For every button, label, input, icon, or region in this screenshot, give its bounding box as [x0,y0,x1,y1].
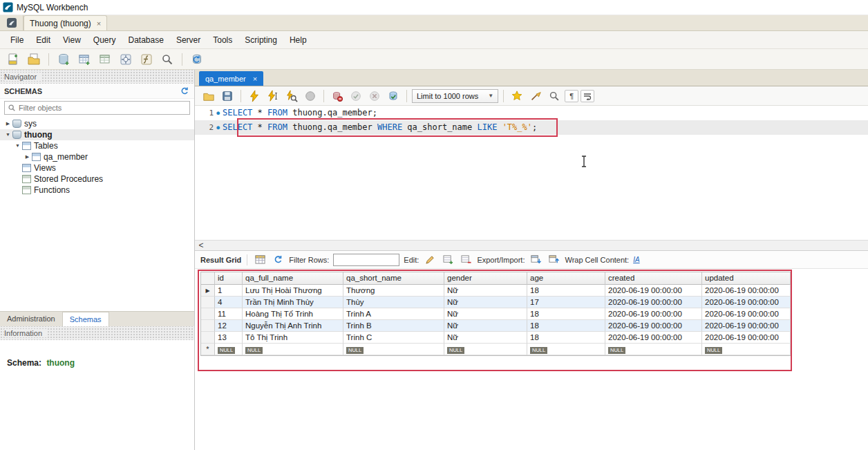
grid-cell[interactable]: Nữ [444,332,527,344]
grid-cell[interactable]: Thương [343,285,444,297]
grid-cell[interactable]: 4 [215,297,243,308]
create-function-button[interactable] [138,51,155,68]
explain-plan-button[interactable] [283,88,300,104]
commit-button[interactable] [348,88,364,104]
table-row[interactable]: 12Nguyễn Thị Anh TrinhTrinh BNữ182020-06… [201,320,791,332]
grid-cell[interactable]: 18 [527,332,605,344]
grid-cell[interactable]: 2020-06-19 00:00:00 [702,320,791,332]
grid-cell[interactable]: 2020-06-19 00:00:00 [702,297,791,308]
grid-cell[interactable]: Hoàng Thị Tố Trinh [243,308,343,320]
create-view-button[interactable] [96,51,114,68]
new-snippet-button[interactable] [509,88,525,104]
grid-cell[interactable]: 2020-06-19 00:00:00 [605,297,702,308]
sql-editor[interactable]: 1●SELECT * FROM thuong.qa_member;2●SELEC… [195,106,868,240]
create-schema-button[interactable] [55,51,73,68]
tree-expand-icon[interactable]: ▼ [4,129,12,140]
search-table-data-button[interactable] [158,51,176,68]
connection-tab[interactable]: Thuong (thuong) × [23,15,107,30]
grid-cell[interactable]: Nữ [444,297,527,308]
grid-cell[interactable]: 18 [527,285,605,297]
menu-query[interactable]: Query [87,31,122,49]
grid-cell[interactable]: NULL [243,344,343,355]
collapse-panel-button[interactable]: < [196,241,206,250]
add-row-button[interactable] [441,254,455,266]
toggle-stop-on-error-button[interactable] [329,88,346,104]
col-header-qa_short_name[interactable]: qa_short_name [343,272,444,285]
tab-qa-member[interactable]: qa_member × [199,71,263,86]
sql-line-1[interactable]: 1●SELECT * FROM thuong.qa_member; [195,106,868,120]
tree-item-sys[interactable]: ▶sys [0,118,194,129]
grid-cell[interactable]: 17 [527,297,605,308]
col-header-created[interactable]: created [605,272,702,285]
tree-item-functions[interactable]: Functions [0,185,194,196]
grid-cell[interactable]: NULL [444,344,527,355]
close-icon[interactable]: × [97,19,101,28]
delete-row-button[interactable] [459,254,473,266]
grid-cell[interactable]: Lưu Thị Hoài Thương [243,285,343,297]
grid-cell[interactable]: 2020-06-19 00:00:00 [605,332,702,344]
tree-item-qa-member[interactable]: ▶qa_member [0,151,194,162]
table-row[interactable]: 11Hoàng Thị Tố TrinhTrinh ANữ182020-06-1… [201,308,791,320]
grid-cell[interactable]: 12 [215,320,243,332]
grid-cell[interactable]: Trinh C [343,332,444,344]
grid-cell[interactable]: Thùy [343,297,444,308]
toggle-autocommit-button[interactable] [385,88,402,104]
grid-cell[interactable]: 2020-06-19 00:00:00 [605,320,702,332]
sql-line-2[interactable]: 2●SELECT * FROM thuong.qa_member WHERE q… [195,120,868,135]
menu-tools[interactable]: Tools [207,31,238,49]
tree-item-stored-procedures[interactable]: Stored Procedures [0,174,194,185]
col-header-gender[interactable]: gender [444,272,527,285]
home-tab[interactable] [0,15,23,30]
grid-cell[interactable]: Trinh B [343,320,444,332]
create-procedure-button[interactable] [117,51,135,68]
execute-current-statement-button[interactable] [265,88,281,104]
grid-cell[interactable]: 1 [215,285,243,297]
menu-database[interactable]: Database [122,31,170,49]
toggle-invisible-chars-button[interactable]: ¶ [565,90,578,102]
limit-rows-dropdown[interactable]: Limit to 1000 rows ▼ [412,89,498,103]
tree-expand-icon[interactable]: ▼ [14,140,21,151]
tree-expand-icon[interactable]: ▶ [23,151,31,162]
toggle-word-wrap-button[interactable] [581,90,594,102]
new-sql-tab-button[interactable] [4,51,22,68]
wrap-cell-content-icon[interactable]: IA [633,256,639,263]
grid-cell[interactable]: Nguyễn Thị Anh Trinh [243,320,343,332]
menu-server[interactable]: Server [170,31,207,49]
grid-cell[interactable]: 13 [215,332,243,344]
tree-item-thuong[interactable]: ▼thuong [0,129,194,140]
col-header-qa_full_name[interactable]: qa_full_name [243,272,343,285]
grid-cell[interactable]: 2020-06-19 00:00:00 [702,308,791,320]
edit-row-button[interactable] [423,254,437,266]
tree-expand-icon[interactable]: ▶ [4,118,12,129]
menu-scripting[interactable]: Scripting [238,31,283,49]
grid-cell[interactable]: Nữ [444,320,527,332]
beautify-script-button[interactable] [527,88,544,104]
grid-cell[interactable]: NULL [215,344,243,355]
col-header-age[interactable]: age [527,272,605,285]
find-button[interactable] [546,88,563,104]
grid-cell[interactable]: 2020-06-19 00:00:00 [605,285,702,297]
execute-query-button[interactable] [246,88,263,104]
grid-cell[interactable]: 18 [527,320,605,332]
menu-file[interactable]: File [4,31,30,49]
grid-view-button[interactable] [253,254,267,266]
import-recordset-button[interactable] [547,254,560,266]
menu-help[interactable]: Help [283,31,313,49]
filter-rows-input[interactable] [333,254,399,266]
table-row[interactable]: 4Trần Thị Minh ThùyThùyNữ172020-06-19 00… [201,297,791,308]
create-table-button[interactable] [75,51,93,68]
open-sql-script-button[interactable] [25,51,43,68]
save-script-button[interactable] [219,88,236,104]
grid-cell[interactable]: Nữ [444,285,527,297]
open-file-button[interactable] [200,88,217,104]
grid-cell[interactable]: Tô Thị Trinh [243,332,343,344]
menu-edit[interactable]: Edit [30,31,57,49]
editor-results-splitter[interactable]: < [195,240,868,251]
tree-item-views[interactable]: Views [0,162,194,174]
grid-cell[interactable]: 2020-06-19 00:00:00 [605,308,702,320]
rollback-button[interactable] [366,88,383,104]
close-icon[interactable]: × [253,75,257,83]
stop-query-button[interactable] [302,88,319,104]
reconnect-dbms-button[interactable] [188,51,206,68]
tree-item-tables[interactable]: ▼Tables [0,140,194,151]
